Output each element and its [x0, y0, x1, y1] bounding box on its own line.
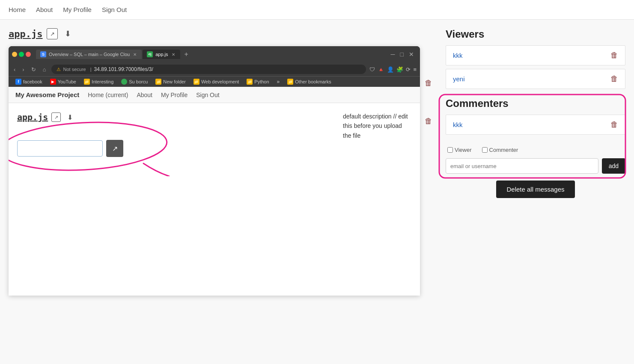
description-text: default description // edit this before … [343, 113, 408, 139]
menu-icon[interactable]: ≡ [413, 66, 417, 73]
bm-newfolder[interactable]: 📁 New folder [152, 78, 189, 86]
side-delete-btn-2[interactable]: 🗑 [421, 113, 436, 129]
win-minimize-icon[interactable]: ─ [391, 51, 395, 58]
inner-nav-profile[interactable]: My Profile [161, 92, 188, 98]
bm-youtube-label: YouTube [58, 79, 76, 84]
bm-webdev[interactable]: 📁 Web development [190, 78, 242, 86]
inner-brand: My Awesome Project [15, 91, 79, 98]
commenters-section: Commenters kkk 🗑 [446, 98, 625, 135]
bm-interesting[interactable]: 📁 Interesting [80, 78, 117, 86]
address-text: 34.89.101.99:7000/files/3/ [94, 66, 153, 72]
viewer-name-yeni: yeni [453, 75, 465, 83]
maximize-btn[interactable] [19, 52, 24, 57]
add-user-btn[interactable]: add [602, 158, 625, 174]
viewer-label: Viewer [455, 147, 472, 153]
outer-file-header: app.js ↗ ⬇ [9, 28, 420, 39]
minimize-btn[interactable] [12, 52, 17, 57]
window-buttons [12, 52, 31, 57]
browser-window: S Overview – SQL – main – Google Clou ✕ … [9, 46, 420, 296]
inner-nav-about[interactable]: About [137, 92, 152, 98]
inner-open-btn[interactable]: ↗ [51, 112, 61, 122]
viewers-title: Viewers [446, 28, 625, 40]
tab-overview[interactable]: S Overview – SQL – main – Google Clou ✕ [36, 50, 142, 59]
viewer-checkbox-label[interactable]: Viewer [447, 147, 472, 153]
nav-home[interactable]: Home [9, 6, 26, 13]
delete-viewer-kkk[interactable]: 🗑 [610, 51, 618, 60]
search-input[interactable] [17, 140, 103, 157]
bm-webdev-label: Web development [201, 79, 239, 84]
win-close-icon[interactable]: ✕ [409, 51, 414, 58]
browser-toolbar: ‹ › ↻ ⌂ ⚠ Not secure | 34.89.101.99:7000… [9, 62, 420, 76]
win-restore-icon[interactable]: □ [400, 51, 404, 58]
viewer-name-kkk: kkk [453, 52, 463, 59]
outer-file-title: app.js [9, 29, 42, 39]
search-container: ↗ [17, 131, 123, 157]
email-input[interactable] [446, 158, 598, 174]
inner-download-btn[interactable]: ⬇ [64, 112, 75, 123]
outer-layout: app.js ↗ ⬇ S Overview – SQL – m [9, 28, 437, 296]
nav-sign-out[interactable]: Sign Out [102, 6, 127, 13]
extensions-icon: 🧩 [396, 66, 403, 73]
shield-icon: 🛡 [369, 66, 375, 73]
outer-open-btn[interactable]: ↗ [47, 28, 58, 39]
inner-nav-signout[interactable]: Sign Out [196, 92, 219, 98]
bm-suborcu-label: Su borcu [129, 79, 148, 84]
bm-suborcu[interactable]: Su borcu [118, 78, 151, 86]
inner-file-header: app.js ↗ ⬇ [17, 112, 330, 123]
bm-facebook[interactable]: f facebook [12, 78, 46, 86]
interesting-icon: 📁 [84, 79, 90, 85]
browser-col: app.js ↗ ⬇ S Overview – SQL – m [9, 28, 420, 296]
delete-commenter-kkk[interactable]: 🗑 [610, 120, 618, 129]
search-btn[interactable]: ↗ [106, 140, 123, 157]
inner-nav-home[interactable]: Home (current) [88, 92, 128, 98]
address-bar[interactable]: ⚠ Not secure | 34.89.101.99:7000/files/3… [51, 65, 366, 74]
address-separator: | [90, 67, 92, 72]
bm-python[interactable]: 📁 Python [243, 78, 272, 86]
viewers-section: Viewers kkk 🗑 yeni 🗑 [446, 28, 625, 89]
bm-interesting-label: Interesting [92, 79, 113, 84]
back-btn[interactable]: ‹ [12, 65, 17, 74]
commenter-checkbox[interactable] [482, 147, 488, 153]
commenter-label: Commenter [489, 147, 518, 153]
nav-about[interactable]: About [36, 6, 53, 13]
newfolder-icon: 📁 [155, 79, 161, 85]
bm-otherbookmarks[interactable]: 📁 Other bookmarks [284, 78, 334, 86]
email-input-row: add [446, 158, 625, 174]
nav-my-profile[interactable]: My Profile [63, 6, 92, 13]
forward-btn[interactable]: › [21, 65, 26, 74]
sync-icon: ⟳ [406, 66, 411, 73]
win-controls: ─ □ ✕ [391, 51, 417, 58]
bm-youtube[interactable]: ▶ YouTube [47, 78, 80, 86]
viewer-row-yeni: yeni 🗑 [446, 69, 625, 89]
checkbox-row: Viewer Commenter [446, 147, 625, 153]
home-btn[interactable]: ⌂ [41, 65, 48, 74]
python-icon: 📁 [247, 79, 253, 85]
bm-newfolder-label: New folder [163, 79, 186, 84]
inner-page-body: app.js ↗ ⬇ [9, 103, 420, 296]
viewer-checkbox[interactable] [447, 147, 453, 153]
browser-tabs: S Overview – SQL – main – Google Clou ✕ … [36, 49, 389, 60]
delete-all-messages-btn[interactable]: Delete all messages [496, 181, 574, 198]
side-delete-btn-1[interactable]: 🗑 [421, 75, 436, 91]
inner-file-title: app.js [17, 112, 48, 122]
top-nav: Home About My Profile Sign Out [0, 0, 634, 20]
commenter-checkbox-label[interactable]: Commenter [482, 147, 518, 153]
facebook-icon: f [15, 79, 21, 85]
delete-viewer-yeni[interactable]: 🗑 [610, 74, 618, 83]
side-btns-col: 🗑 🗑 [420, 28, 437, 296]
commenter-row-kkk: kkk 🗑 [446, 115, 625, 135]
outer-download-btn[interactable]: ⬇ [62, 28, 73, 39]
search-area: ↗ [17, 140, 123, 157]
new-tab-btn[interactable]: + [181, 49, 192, 60]
inner-description: default description // edit this before … [343, 112, 411, 287]
tab-appjs-icon: dj [147, 51, 153, 57]
tab-appjs-close[interactable]: ✕ [171, 52, 176, 57]
refresh-btn[interactable]: ↻ [30, 65, 38, 74]
close-btn[interactable] [26, 52, 31, 57]
webdev-icon: 📁 [193, 79, 199, 85]
inner-navbar: My Awesome Project Home (current) About … [9, 87, 420, 103]
bm-more[interactable]: » [274, 78, 283, 86]
tab-overview-close[interactable]: ✕ [132, 52, 137, 57]
profile-icon: 👤 [387, 66, 394, 73]
tab-appjs[interactable]: dj app.js ✕ [143, 50, 180, 59]
